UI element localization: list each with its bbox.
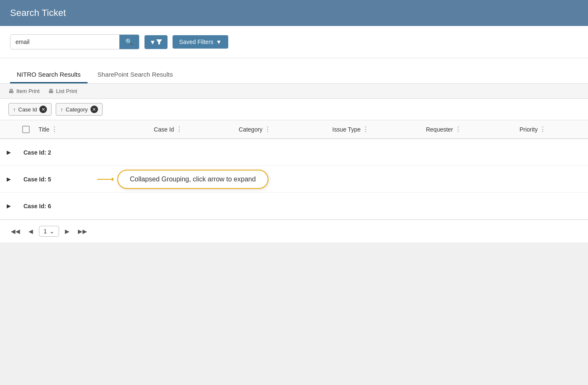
row3-label: Case Id: 6 — [17, 199, 588, 214]
title-col-menu-icon[interactable]: ⋮ — [51, 125, 58, 133]
sort-tag-category[interactable]: ↑ Category ✕ — [56, 103, 102, 116]
sort-arrow-caseid: ↑ — [13, 106, 16, 113]
priority-col-label: Priority — [519, 126, 538, 133]
tab-sharepoint[interactable]: SharePoint Search Results — [91, 67, 180, 83]
dropdown-arrow-icon: ▼ — [216, 39, 222, 45]
saved-filters-button[interactable]: Saved Filters ▼ — [173, 35, 229, 49]
tab-sharepoint-label: SharePoint Search Results — [98, 71, 173, 78]
table-row[interactable]: ▶ Case Id: 6 — [0, 193, 588, 220]
col-category-header: Category ⋮ — [235, 120, 329, 138]
tab-nitro-label: NITRO Search Results — [17, 71, 81, 78]
page-dropdown-icon[interactable]: ⌄ — [49, 228, 54, 235]
last-page-btn[interactable]: ▶▶ — [75, 226, 90, 236]
table-row[interactable]: ▶ Case Id: 2 — [0, 139, 588, 166]
row1-label: Case Id: 2 — [17, 145, 588, 160]
tooltip-bubble: Collapsed Grouping, click arrow to expan… — [117, 170, 268, 189]
sort-label-caseid: Case Id — [18, 106, 37, 113]
row2-expand-btn[interactable]: ▶ — [3, 173, 14, 186]
caseid-col-label: Case Id — [154, 126, 174, 133]
page-input-wrapper: 1 ⌄ — [39, 226, 59, 237]
filter-button[interactable]: ▼ — [144, 35, 168, 49]
pagination: ◀◀ ◀ 1 ⌄ ▶ ▶▶ — [0, 220, 588, 243]
item-print-label: Item Print — [16, 88, 40, 94]
col-check-header[interactable] — [17, 121, 35, 138]
table-header: Title ⋮ Case Id ⋮ Category ⋮ Issue Type … — [0, 120, 588, 139]
funnel-icon — [156, 39, 162, 45]
row1-expand[interactable]: ▶ — [0, 141, 17, 164]
next-page-btn[interactable]: ▶ — [62, 226, 72, 236]
row3-expand[interactable]: ▶ — [0, 194, 17, 217]
tooltip-arrow-svg — [97, 175, 114, 183]
page-title: Search Ticket — [10, 8, 66, 18]
tooltip-text: Collapsed Grouping, click arrow to expan… — [130, 176, 256, 183]
item-print-icon: 🖶 — [8, 88, 14, 94]
col-caseid-header: Case Id ⋮ — [150, 120, 235, 138]
tab-nitro[interactable]: NITRO Search Results — [10, 67, 88, 83]
sort-tags: ↑ Case Id ✕ ↑ Category ✕ — [0, 99, 588, 120]
search-bar: 🔍 ▼ Saved Filters ▼ — [0, 26, 588, 58]
col-priority-header: Priority ⋮ — [516, 120, 588, 138]
row3-expand-btn[interactable]: ▶ — [3, 199, 14, 212]
sort-arrow-category: ↑ — [60, 106, 63, 113]
sort-label-category: Category — [66, 106, 88, 113]
title-col-label: Title — [39, 126, 49, 133]
caseid-col-menu-icon[interactable]: ⋮ — [176, 125, 183, 133]
requester-col-label: Requester — [426, 126, 453, 133]
tabs-area: NITRO Search Results SharePoint Search R… — [0, 58, 588, 84]
toolbar: 🖶 Item Print 🖶 List Print — [0, 84, 588, 99]
col-requester-header: Requester ⋮ — [423, 120, 516, 138]
issuetype-col-menu-icon[interactable]: ⋮ — [362, 125, 369, 133]
search-icon: 🔍 — [125, 38, 133, 46]
prev-page-btn[interactable]: ◀ — [26, 226, 36, 236]
list-print-button[interactable]: 🖶 List Print — [48, 88, 77, 94]
priority-col-menu-icon[interactable]: ⋮ — [539, 125, 546, 133]
select-all-checkbox[interactable] — [22, 126, 30, 133]
col-issuetype-header: Issue Type ⋮ — [329, 120, 423, 138]
page-header: Search Ticket — [0, 0, 588, 26]
filter-icon: ▼ — [150, 39, 156, 46]
row1-expand-btn[interactable]: ▶ — [3, 146, 14, 159]
remove-caseid-sort[interactable]: ✕ — [39, 106, 47, 113]
item-print-button[interactable]: 🖶 Item Print — [8, 88, 40, 94]
search-input[interactable] — [10, 35, 119, 49]
table-row[interactable]: ▶ Case Id: 5 Collapsed Grouping, click a… — [0, 166, 588, 193]
requester-col-menu-icon[interactable]: ⋮ — [455, 125, 462, 133]
table-area: ▶ Case Id: 2 ▶ Case Id: 5 Collapsed Grou… — [0, 139, 588, 220]
svg-marker-0 — [156, 39, 162, 44]
sort-tag-caseid[interactable]: ↑ Case Id ✕ — [8, 103, 52, 116]
search-input-wrapper: 🔍 — [10, 34, 139, 49]
list-print-icon: 🖶 — [48, 88, 54, 94]
remove-category-sort[interactable]: ✕ — [90, 106, 98, 113]
col-title-header: Title ⋮ — [35, 120, 150, 138]
list-print-label: List Print — [56, 88, 77, 94]
category-col-label: Category — [239, 126, 263, 133]
svg-marker-2 — [112, 177, 114, 181]
first-page-btn[interactable]: ◀◀ — [8, 226, 23, 236]
category-col-menu-icon[interactable]: ⋮ — [264, 125, 271, 133]
saved-filters-label: Saved Filters — [179, 39, 214, 45]
issuetype-col-label: Issue Type — [333, 126, 361, 133]
row2-expand[interactable]: ▶ — [0, 168, 17, 191]
page-number: 1 — [44, 228, 47, 235]
col-expand-header — [0, 124, 17, 134]
search-button[interactable]: 🔍 — [119, 35, 139, 49]
